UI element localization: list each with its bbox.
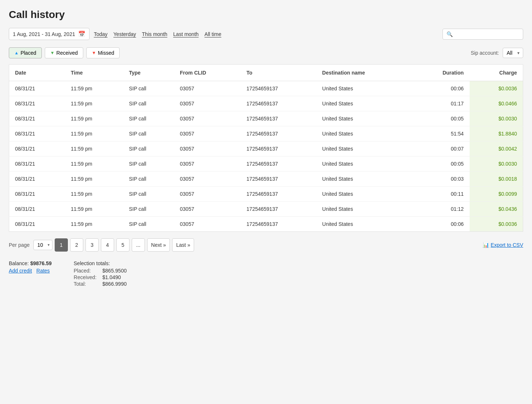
table-row: 08/31/21 11:59 pm SIP call 03057 1725465… [9, 111, 523, 126]
cell-to: 17254659137 [241, 217, 316, 232]
cell-time: 11:59 pm [65, 111, 123, 126]
cell-date: 08/31/21 [9, 217, 65, 232]
cell-duration: 00:05 [412, 111, 470, 126]
cell-duration: 51:54 [412, 126, 470, 141]
cell-from-clid: 03057 [174, 81, 241, 96]
calls-table: Date Time Type From CLID To Destination … [9, 64, 523, 232]
cell-type: SIP call [123, 217, 174, 232]
filter-missed[interactable]: ▼ Missed [86, 47, 120, 58]
cell-date: 08/31/21 [9, 126, 65, 141]
export-icon: 📊 [483, 242, 489, 248]
nav-last-month[interactable]: Last month [173, 30, 198, 39]
cell-destination: United States [316, 81, 412, 96]
cell-charge: $0.0099 [470, 187, 523, 202]
date-range-text: 1 Aug, 2021 - 31 Aug, 2021 [13, 31, 75, 37]
cell-duration: 00:06 [412, 81, 470, 96]
nav-this-month[interactable]: This month [142, 30, 167, 39]
nav-all-time[interactable]: All time [204, 30, 221, 39]
cell-date: 08/31/21 [9, 111, 65, 126]
received-arrow-icon: ▼ [50, 50, 55, 55]
table-row: 08/31/21 11:59 pm SIP call 03057 1725465… [9, 202, 523, 217]
cell-charge: $0.0036 [470, 217, 523, 232]
nav-yesterday[interactable]: Yesterday [113, 30, 136, 39]
filter-received[interactable]: ▼ Received [45, 47, 83, 58]
cell-date: 08/31/21 [9, 187, 65, 202]
balance-value: $9876.59 [30, 260, 51, 266]
cell-charge: $0.0030 [470, 111, 523, 126]
table-row: 08/31/21 11:59 pm SIP call 03057 1725465… [9, 141, 523, 156]
placed-total-value: $865.9500 [102, 268, 127, 274]
cell-duration: 00:07 [412, 141, 470, 156]
page-2-button[interactable]: 2 [70, 238, 83, 252]
cell-from-clid: 03057 [174, 202, 241, 217]
date-nav-group: Today Yesterday This month Last month Al… [94, 30, 222, 39]
selection-totals-section: Selection totals: Placed: $865.9500 Rece… [74, 260, 127, 287]
col-charge: Charge [470, 65, 523, 81]
table-row: 08/31/21 11:59 pm SIP call 03057 1725465… [9, 96, 523, 111]
table-header-row: Date Time Type From CLID To Destination … [9, 65, 523, 81]
table-header: Date Time Type From CLID To Destination … [9, 65, 523, 81]
table-row: 08/31/21 11:59 pm SIP call 03057 1725465… [9, 156, 523, 172]
cell-charge: $0.0036 [470, 81, 523, 96]
cell-duration: 00:06 [412, 217, 470, 232]
page-1-button[interactable]: 1 [55, 238, 68, 252]
cell-from-clid: 03057 [174, 172, 241, 187]
cell-type: SIP call [123, 187, 174, 202]
cell-time: 11:59 pm [65, 156, 123, 172]
cell-type: SIP call [123, 81, 174, 96]
col-to: To [241, 65, 316, 81]
add-credit-link[interactable]: Add credit [9, 268, 32, 274]
cell-type: SIP call [123, 126, 174, 141]
cell-time: 11:59 pm [65, 217, 123, 232]
cell-destination: United States [316, 217, 412, 232]
cell-date: 08/31/21 [9, 81, 65, 96]
cell-to: 17254659137 [241, 96, 316, 111]
cell-type: SIP call [123, 111, 174, 126]
col-destination: Destination name [316, 65, 412, 81]
placed-total-label: Placed: [74, 268, 96, 274]
page-3-button[interactable]: 3 [85, 238, 99, 252]
cell-time: 11:59 pm [65, 172, 123, 187]
filter-missed-label: Missed [98, 50, 114, 56]
filter-received-label: Received [57, 50, 78, 56]
cell-from-clid: 03057 [174, 217, 241, 232]
cell-type: SIP call [123, 172, 174, 187]
export-csv-button[interactable]: 📊 Export to CSV [483, 242, 523, 248]
cell-duration: 00:11 [412, 187, 470, 202]
cell-to: 17254659137 [241, 111, 316, 126]
footer-links: Add credit Rates [9, 268, 52, 274]
cell-time: 11:59 pm [65, 126, 123, 141]
missed-arrow-icon: ▼ [92, 50, 96, 55]
selection-totals-title: Selection totals: [74, 260, 127, 266]
cell-from-clid: 03057 [174, 111, 241, 126]
cell-from-clid: 03057 [174, 187, 241, 202]
nav-today[interactable]: Today [94, 30, 108, 39]
search-input[interactable] [455, 31, 519, 37]
next-button[interactable]: Next » [147, 238, 170, 252]
cell-to: 17254659137 [241, 187, 316, 202]
page-5-button[interactable]: 5 [116, 238, 130, 252]
export-label: Export to CSV [491, 242, 523, 248]
col-from-clid: From CLID [174, 65, 241, 81]
cell-time: 11:59 pm [65, 141, 123, 156]
balance-section: Balance: $9876.59 Add credit Rates [9, 260, 52, 274]
per-page-select[interactable]: 10 25 50 [33, 240, 52, 250]
calendar-icon[interactable]: 📅 [78, 30, 85, 37]
sip-account-select[interactable]: All [503, 48, 523, 58]
last-button[interactable]: Last » [172, 238, 194, 252]
sip-account-section: Sip account: All [471, 48, 523, 58]
filter-placed[interactable]: ▲ Placed [9, 47, 42, 58]
cell-destination: United States [316, 156, 412, 172]
balance-line: Balance: $9876.59 [9, 260, 52, 266]
cell-date: 08/31/21 [9, 172, 65, 187]
rates-link[interactable]: Rates [36, 268, 50, 274]
cell-charge: $1.8840 [470, 126, 523, 141]
cell-time: 11:59 pm [65, 96, 123, 111]
page-4-button[interactable]: 4 [101, 238, 114, 252]
pagination-bar: Per page 10 25 50 1 2 3 4 5 ... Next » L… [9, 238, 523, 252]
cell-time: 11:59 pm [65, 81, 123, 96]
total-label: Total: [74, 281, 96, 287]
table-body: 08/31/21 11:59 pm SIP call 03057 1725465… [9, 81, 523, 232]
table-row: 08/31/21 11:59 pm SIP call 03057 1725465… [9, 187, 523, 202]
footer-bar: Balance: $9876.59 Add credit Rates Selec… [9, 260, 523, 287]
